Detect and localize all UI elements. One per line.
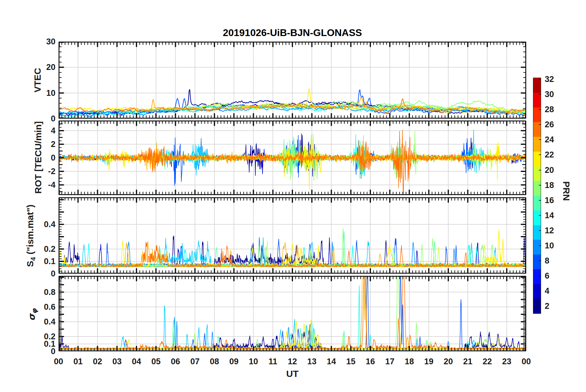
x-tick-label: 16 (366, 357, 375, 366)
colorbar-tick (539, 139, 541, 140)
x-tick-label: 22 (482, 357, 492, 366)
colorbar-band (533, 78, 541, 93)
figure: 20191026-UiB-BJN-GLONASS VTEC ROT [TECU/… (0, 0, 586, 392)
colorbar-band (533, 152, 541, 166)
colorbar-tick (539, 109, 541, 110)
y-tick-label: 4 (36, 126, 55, 136)
colorbar-tick (539, 215, 541, 216)
x-tick-label: 08 (210, 357, 219, 366)
colorbar-tick-label: 2 (545, 301, 549, 311)
x-tick-label: 14 (327, 357, 336, 366)
colorbar-tick-label: 26 (545, 120, 554, 129)
colorbar (533, 78, 541, 314)
colorbar-band (533, 240, 541, 255)
x-tick-label: 18 (405, 357, 414, 366)
colorbar-tick-label: 14 (545, 210, 554, 220)
x-tick-label: 00 (522, 357, 531, 366)
panel-s4-canvas (59, 197, 526, 274)
colorbar-band (533, 196, 541, 210)
y-tick-label: 0 (36, 114, 55, 124)
y-tick-label: 20 (36, 63, 55, 72)
y-tick-label: -4 (36, 180, 55, 190)
panel-sigma-phi-canvas (59, 276, 526, 351)
colorbar-label: PRN (561, 181, 572, 201)
colorbar-tick-label: 8 (545, 256, 549, 266)
colorbar-tick-label: 18 (545, 180, 554, 190)
colorbar-tick-label: 22 (545, 150, 554, 160)
colorbar-tick-label: 32 (545, 74, 554, 84)
y-tick-label: 30 (36, 37, 55, 47)
panel-rot-canvas (59, 120, 526, 195)
y-tick-label: -2 (36, 167, 55, 176)
colorbar-tick-label: 30 (545, 90, 554, 99)
colorbar-tick (539, 230, 541, 231)
colorbar-band (533, 210, 541, 225)
y-tick-label: 0.2 (36, 244, 55, 254)
x-tick-label: 17 (385, 357, 394, 366)
chart-title: 20191026-UiB-BJN-GLONASS (59, 27, 526, 39)
colorbar-band (533, 93, 541, 108)
y-tick-label: 2 (36, 140, 55, 149)
x-tick-label: 23 (502, 357, 511, 366)
colorbar-tick (539, 306, 541, 306)
y-tick-label: 0.2 (36, 332, 55, 341)
colorbar-band (533, 166, 541, 181)
colorbar-band (533, 284, 541, 299)
colorbar-band (533, 269, 541, 284)
colorbar-band (533, 137, 541, 152)
colorbar-tick (539, 154, 541, 155)
colorbar-tick (539, 200, 541, 201)
colorbar-tick-label: 24 (545, 135, 554, 145)
x-tick-label: 10 (249, 357, 258, 366)
y-tick-label: 0.4 (36, 220, 55, 229)
colorbar-tick (539, 276, 541, 276)
x-tick-label: 09 (229, 357, 238, 366)
x-tick-label: 15 (346, 357, 356, 366)
colorbar-tick (539, 185, 541, 186)
colorbar-tick-label: 10 (545, 241, 554, 251)
x-tick-label: 04 (132, 357, 141, 366)
colorbar-band (533, 181, 541, 196)
colorbar-tick (539, 94, 541, 95)
colorbar-band (533, 255, 541, 269)
x-tick-label: 07 (190, 357, 200, 366)
y-tick-label: 0.8 (36, 287, 55, 297)
colorbar-tick (539, 79, 541, 80)
x-tick-label: 01 (73, 357, 83, 366)
colorbar-tick-label: 16 (545, 195, 554, 205)
x-tick-label: 02 (93, 357, 102, 366)
colorbar-tick-label: 20 (545, 165, 554, 175)
colorbar-tick (539, 245, 541, 246)
x-tick-label: 21 (463, 357, 472, 366)
y-tick-label: 0 (36, 153, 55, 163)
colorbar-tick-label: 28 (545, 105, 554, 114)
colorbar-tick (539, 124, 541, 125)
y-tick-label: 0.1 (36, 257, 55, 266)
colorbar-tick-label: 4 (545, 286, 549, 296)
colorbar-band (533, 225, 541, 240)
x-tick-label: 19 (424, 357, 433, 366)
colorbar-tick-label: 6 (545, 271, 549, 281)
y-tick-label: 0 (36, 269, 55, 279)
x-tick-label: 05 (151, 357, 161, 366)
panel-vtec-canvas (59, 42, 526, 119)
colorbar-tick (539, 260, 541, 261)
x-tick-label: 03 (112, 357, 122, 366)
colorbar-tick-label: 12 (545, 226, 554, 235)
x-tick-label: 11 (268, 357, 277, 366)
x-tick-label: 20 (444, 357, 453, 366)
y-tick-label: 10 (36, 88, 55, 98)
y-tick-label: 0.4 (36, 317, 55, 326)
colorbar-tick (539, 170, 541, 170)
y-tick-label: 0.6 (36, 302, 55, 312)
colorbar-tick (539, 291, 541, 291)
x-tick-label: 12 (288, 357, 297, 366)
x-tick-label: 00 (54, 357, 63, 366)
x-axis-label: UT (59, 369, 526, 379)
x-tick-label: 06 (171, 357, 180, 366)
x-tick-label: 13 (307, 357, 316, 366)
y-axis-label-s4: S4 ("ism.mat") (25, 205, 37, 267)
